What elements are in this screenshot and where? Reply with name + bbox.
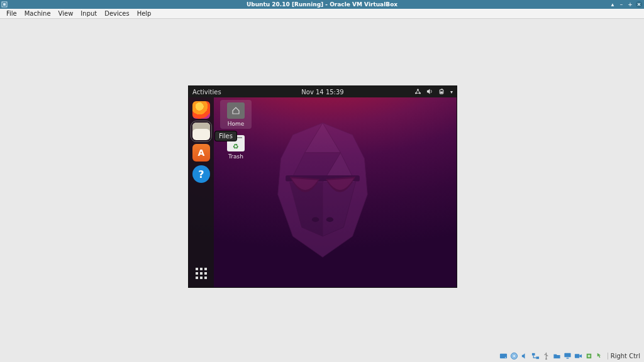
menu-help[interactable]: Help <box>133 10 155 17</box>
host-titlebar: Ubuntu 20.10 [Running] - Oracle VM Virtu… <box>0 0 644 9</box>
host-window-controls: ▴ – + <box>609 1 644 8</box>
host-close-button[interactable] <box>635 1 643 8</box>
dock-software-icon[interactable] <box>192 144 210 162</box>
guest-body: Files Home Trash <box>189 97 457 287</box>
menu-devices[interactable]: Devices <box>101 10 133 17</box>
power-icon[interactable] <box>438 88 445 96</box>
guest-screen[interactable]: Activities Nov 14 15:39 ▾ <box>189 86 457 287</box>
svg-rect-25 <box>565 353 571 357</box>
home-folder-icon <box>227 102 245 119</box>
host-key-indicator[interactable]: Right Ctrl <box>608 353 643 359</box>
host-minimize-button[interactable]: – <box>618 1 625 8</box>
status-optical-icon[interactable] <box>510 351 519 360</box>
system-status-area[interactable]: ▾ <box>414 88 453 96</box>
host-maximize-button[interactable]: + <box>626 1 634 8</box>
status-harddisk-icon[interactable] <box>499 351 508 360</box>
svg-point-19 <box>505 356 506 358</box>
status-mouse-integration-icon[interactable] <box>596 351 604 360</box>
desktop-home-label: Home <box>220 121 252 127</box>
gnome-top-panel: Activities Nov 14 15:39 ▾ <box>189 86 457 97</box>
status-shared-folder-icon[interactable] <box>553 351 562 360</box>
svg-point-21 <box>513 355 514 356</box>
svg-rect-22 <box>532 353 535 355</box>
status-usb-icon[interactable] <box>542 351 551 360</box>
menu-view[interactable]: View <box>55 10 77 17</box>
svg-rect-1 <box>3 3 6 6</box>
dock-firefox-icon[interactable] <box>192 101 210 119</box>
virtualbox-app-icon <box>0 0 9 9</box>
host-menubar: File Machine View Input Devices Help <box>0 9 644 19</box>
volume-icon[interactable] <box>426 88 433 96</box>
network-icon[interactable] <box>414 88 421 96</box>
status-network-icon[interactable] <box>531 351 540 360</box>
activities-button[interactable]: Activities <box>192 89 221 96</box>
menu-input[interactable]: Input <box>77 10 101 17</box>
host-status-bar: Right Ctrl <box>499 351 643 361</box>
dock-files-icon[interactable] <box>192 123 210 140</box>
desktop-trash-label: Trash <box>220 153 252 160</box>
menu-file[interactable]: File <box>3 10 21 17</box>
menu-machine[interactable]: Machine <box>21 10 55 17</box>
host-window-title: Ubuntu 20.10 [Running] - Oracle VM Virtu… <box>0 1 644 8</box>
svg-rect-7 <box>441 89 443 89</box>
ubuntu-dock: Files <box>189 97 214 287</box>
svg-rect-27 <box>575 354 579 358</box>
dock-tooltip: Files <box>215 131 236 141</box>
svg-rect-8 <box>440 91 443 93</box>
system-menu-arrow-icon[interactable]: ▾ <box>450 89 453 95</box>
svg-rect-26 <box>567 358 569 358</box>
status-recording-icon[interactable] <box>574 351 583 360</box>
show-applications-button[interactable] <box>192 265 210 282</box>
dock-help-icon[interactable] <box>192 165 210 183</box>
status-display-icon[interactable] <box>564 351 572 360</box>
desktop-area[interactable]: Home Trash <box>214 97 457 287</box>
status-audio-icon[interactable] <box>521 351 530 360</box>
svg-rect-23 <box>536 356 540 359</box>
desktop-home-icon[interactable]: Home <box>220 100 252 129</box>
status-cpu-icon[interactable] <box>585 351 594 360</box>
host-rollup-button[interactable]: ▴ <box>609 1 616 8</box>
host-client-area: Activities Nov 14 15:39 ▾ <box>0 19 644 362</box>
svg-point-24 <box>545 358 547 359</box>
svg-rect-29 <box>588 354 591 357</box>
